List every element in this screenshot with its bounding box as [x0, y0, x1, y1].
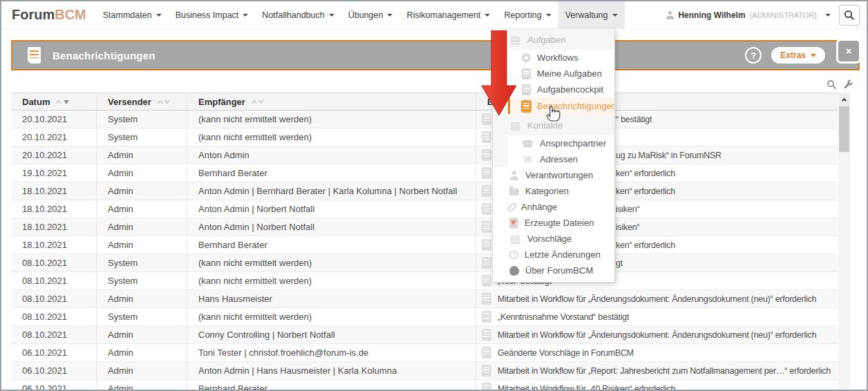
table-header-row: Datum Versender Empfänger Betreff — [11, 93, 838, 111]
table-row[interactable]: 08.10.2021 System (kann nicht ermittelt … — [11, 308, 838, 326]
notification-doc-icon — [482, 293, 491, 305]
nav-item-uebungen[interactable]: Übungen — [341, 1, 400, 28]
sort-asc-icon[interactable] — [158, 99, 163, 105]
brand-logo[interactable]: ForumBCM — [12, 7, 86, 23]
menu-item-workflows[interactable]: Workflows — [493, 50, 614, 66]
close-button[interactable]: × — [838, 41, 859, 61]
menu-item-verantwortungen[interactable]: Verantwortungen — [493, 167, 614, 183]
sort-desc-icon[interactable] — [164, 97, 170, 103]
table-row[interactable]: 08.10.2021 System (kann nicht ermittelt … — [11, 254, 838, 272]
scrollbar-thumb[interactable] — [839, 106, 849, 152]
cell-datum: 08.10.2021 — [11, 272, 96, 289]
user-name: Henning Wilhelm — [678, 10, 745, 20]
menu-item-aufgabencockpit[interactable]: Aufgabencockpit — [493, 82, 614, 97]
nav-item-reporting[interactable]: Reporting — [497, 1, 558, 28]
user-menu[interactable]: Henning Wilhelm (ADMINISTRATOR) — [666, 10, 831, 20]
cell-betreff: Mitarbeit in Workflow für „Report: Jahre… — [475, 362, 838, 379]
menu-item-erzeugte-dateien[interactable]: Erzeugte Dateien — [493, 215, 614, 231]
user-role: (ADMINISTRATOR) — [750, 11, 817, 19]
cell-empfaenger: Bernhard Berater — [187, 164, 475, 182]
vertical-scrollbar[interactable] — [838, 93, 850, 390]
table-row[interactable]: 19.10.2021 Admin Bernhard Berater ken“ e… — [11, 164, 838, 182]
table-row[interactable]: 18.10.2021 Admin Bernhard Berater ken“ e… — [11, 236, 838, 254]
help-button[interactable]: ? — [745, 47, 762, 64]
cell-versender: Admin — [96, 200, 187, 218]
table-row[interactable]: 08.10.2021 Admin Conny Controlling | Nor… — [11, 326, 838, 344]
nav-right: Henning Wilhelm (ADMINISTRATOR) — [666, 5, 860, 26]
sort-desc-icon[interactable] — [258, 97, 264, 103]
scroll-up-button[interactable] — [838, 93, 850, 106]
cell-empfaenger: Anton Admin | Hans Hausmeister | Karla K… — [187, 362, 475, 379]
notification-doc-icon — [482, 167, 491, 179]
workflows-icon — [522, 53, 531, 62]
nav-item-notfallhandbuch[interactable]: Notfallhandbuch — [255, 1, 341, 28]
cell-versender: Admin — [96, 164, 187, 182]
table-row[interactable]: 18.10.2021 Admin Anton Admin | Norbert N… — [11, 200, 838, 218]
menu-item-ueber-forumbcm[interactable]: Über ForumBCM — [493, 263, 614, 278]
menu-item-anhaenge[interactable]: Anhänge — [493, 199, 614, 215]
menu-item-letzte-aenderungen[interactable]: Letzte Änderungen — [493, 247, 614, 263]
notification-doc-icon — [482, 113, 491, 125]
notifications-panel-header: Benachrichtigungen ? Extras — [11, 40, 860, 70]
chevron-down-icon — [387, 14, 393, 17]
cell-datum: 18.10.2021 — [11, 200, 96, 218]
sort-desc-icon[interactable] — [64, 100, 69, 104]
kategorien-icon — [509, 189, 519, 196]
cell-datum: 18.10.2021 — [11, 236, 96, 254]
menu-item-benachrichtigungen[interactable]: Benachrichtigungen — [493, 97, 614, 115]
nav-item-stammdaten[interactable]: Stammdaten — [96, 1, 169, 28]
sort-asc-icon[interactable] — [252, 99, 257, 105]
nav-item-verwaltung[interactable]: Verwaltung — [558, 1, 625, 28]
chevron-down-icon — [825, 14, 831, 17]
column-header-datum[interactable]: Datum — [11, 93, 96, 110]
erzeugte-dateien-icon — [509, 218, 518, 229]
menu-item-kategorien[interactable]: Kategorien — [493, 183, 614, 199]
search-button[interactable] — [839, 5, 860, 26]
column-header-versender[interactable]: Versender — [96, 93, 187, 110]
cell-versender: System — [96, 308, 187, 325]
cell-versender: Admin — [96, 344, 187, 361]
table-row[interactable]: 06.10.2021 Admin Anton Admin | Hans Haus… — [11, 362, 838, 380]
cell-versender: System — [96, 272, 187, 289]
cell-empfaenger: Anton Admin | Norbert Notfall — [187, 218, 475, 236]
menu-item-vorschlaege[interactable]: ▤ Vorschläge — [493, 231, 614, 247]
notification-doc-icon — [482, 221, 491, 233]
table-row[interactable]: 20.10.2021 System (kann nicht ermittelt … — [11, 111, 838, 128]
table-row[interactable]: 06.10.2021 Admin Toni Tester | christof.… — [11, 344, 838, 362]
chevron-down-icon — [484, 14, 490, 17]
cell-versender: Admin — [96, 218, 187, 236]
chevron-down-icon — [243, 14, 248, 17]
table-row[interactable]: 20.10.2021 Admin Anton Admin ug zu MaRis… — [11, 146, 838, 164]
cell-datum: 08.10.2021 — [11, 254, 96, 271]
table-row[interactable]: 08.10.2021 Admin Hans Hausmeister Mitarb… — [11, 290, 838, 308]
cell-versender: System — [96, 128, 187, 146]
cell-datum: 06.10.2021 — [11, 344, 96, 361]
benachrichtigungen-icon — [522, 101, 531, 112]
table-row[interactable]: 06.10.2021 Admin Bernhard Berater Mitarb… — [11, 380, 838, 391]
table-search-icon[interactable] — [827, 79, 837, 90]
table-row[interactable]: 08.10.2021 System (kann nicht ermittelt … — [11, 272, 838, 290]
cell-datum: 20.10.2021 — [11, 128, 96, 146]
table-row[interactable]: 20.10.2021 System (kann nicht ermittelt … — [11, 128, 838, 146]
brand-secondary: BCM — [55, 7, 86, 22]
aufgabencockpit-icon — [522, 84, 531, 95]
chevron-down-icon — [546, 14, 551, 17]
column-header-empfaenger[interactable]: Empfänger — [187, 93, 475, 110]
cell-empfaenger: Anton Admin | Norbert Notfall — [187, 200, 475, 218]
menu-item-meine-aufgaben[interactable]: Meine Aufgaben — [493, 66, 614, 82]
cell-versender: Admin — [96, 362, 187, 379]
menu-item-adressen[interactable]: ✉ Adressen — [493, 151, 614, 167]
table-row[interactable]: 18.10.2021 Admin Anton Admin | Bernhard … — [11, 182, 838, 200]
cell-empfaenger: Anton Admin | Bernhard Berater | Karla K… — [187, 182, 475, 200]
extras-button[interactable]: Extras — [771, 47, 825, 64]
cell-datum: 20.10.2021 — [11, 111, 96, 128]
nav-item-business-impact[interactable]: Business Impact — [169, 1, 256, 28]
table-settings-wrench-icon[interactable] — [843, 79, 853, 90]
cell-empfaenger: (kann nicht ermittelt werden) — [187, 254, 475, 271]
nav-item-risikomanagement[interactable]: Risikomanagement — [399, 1, 497, 28]
cell-versender: Admin — [96, 290, 187, 307]
sort-asc-icon[interactable] — [56, 99, 62, 105]
menu-item-ansprechpartner[interactable]: ☎ Ansprechpartner — [493, 135, 614, 151]
table-row[interactable]: 18.10.2021 Admin Anton Admin | Norbert N… — [11, 218, 838, 236]
chevron-down-icon — [811, 54, 816, 57]
